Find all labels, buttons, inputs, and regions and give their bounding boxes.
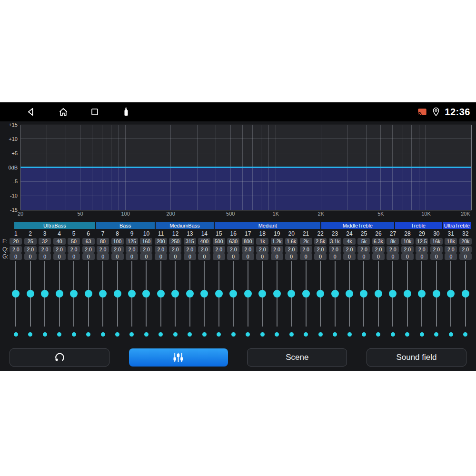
slider-knob[interactable]: [462, 290, 469, 298]
slider-knob[interactable]: [360, 290, 367, 298]
q-value-chip[interactable]: 2.0: [242, 246, 254, 253]
gain-slider-13[interactable]: [183, 261, 197, 327]
freq-value-chip[interactable]: 200: [155, 238, 167, 245]
q-value-chip[interactable]: 2.0: [357, 246, 370, 253]
slider-knob[interactable]: [389, 290, 397, 298]
gain-value-chip[interactable]: 0: [416, 253, 428, 260]
gain-value-chip[interactable]: 0: [285, 253, 298, 260]
gain-slider-28[interactable]: [400, 261, 415, 327]
q-value-chip[interactable]: 2.0: [372, 246, 385, 253]
freq-value-chip[interactable]: 4k: [343, 238, 356, 245]
freq-value-chip[interactable]: 10k: [401, 238, 414, 245]
gain-value-chip[interactable]: 0: [343, 253, 356, 260]
q-value-chip[interactable]: 2.0: [300, 246, 312, 253]
gain-value-chip[interactable]: 0: [39, 253, 51, 260]
gain-value-chip[interactable]: 0: [198, 253, 210, 260]
q-value-chip[interactable]: 2.0: [140, 246, 152, 253]
gain-slider-5[interactable]: [67, 261, 81, 327]
gain-slider-11[interactable]: [154, 261, 168, 327]
gain-value-chip[interactable]: 0: [97, 253, 109, 260]
freq-value-chip[interactable]: 32: [39, 238, 51, 245]
freq-value-chip[interactable]: 20k: [459, 238, 472, 245]
gain-value-chip[interactable]: 0: [314, 253, 327, 260]
freq-value-chip[interactable]: 8k: [387, 238, 399, 245]
slider-knob[interactable]: [244, 290, 252, 298]
gain-value-chip[interactable]: 0: [68, 253, 80, 260]
gain-value-chip[interactable]: 0: [329, 253, 341, 260]
slider-knob[interactable]: [404, 290, 411, 298]
freq-value-chip[interactable]: 2k: [300, 238, 312, 245]
q-value-chip[interactable]: 2.0: [329, 246, 341, 253]
freq-value-chip[interactable]: 16k: [430, 238, 443, 245]
gain-value-chip[interactable]: 0: [10, 253, 22, 260]
slider-knob[interactable]: [99, 290, 107, 298]
back-button[interactable]: [25, 106, 37, 118]
q-value-chip[interactable]: 2.0: [169, 246, 181, 253]
gain-slider-1[interactable]: [9, 261, 23, 327]
slider-knob[interactable]: [128, 290, 136, 298]
slider-knob[interactable]: [229, 290, 237, 298]
gain-value-chip[interactable]: 0: [300, 253, 312, 260]
gain-value-chip[interactable]: 0: [459, 253, 472, 260]
freq-value-chip[interactable]: 500: [213, 238, 225, 245]
band-ultrabass[interactable]: UltraBass: [14, 222, 95, 229]
freq-value-chip[interactable]: 315: [184, 238, 196, 245]
slider-knob[interactable]: [418, 290, 426, 298]
slider-knob[interactable]: [41, 290, 49, 298]
q-value-chip[interactable]: 2.0: [213, 246, 225, 253]
slider-knob[interactable]: [27, 290, 34, 298]
q-value-chip[interactable]: 2.0: [416, 246, 428, 253]
freq-value-chip[interactable]: 5k: [357, 238, 370, 245]
gain-slider-29[interactable]: [415, 261, 429, 327]
slider-knob[interactable]: [157, 290, 165, 298]
gain-value-chip[interactable]: 0: [401, 253, 414, 260]
gain-value-chip[interactable]: 0: [242, 253, 254, 260]
slider-knob[interactable]: [186, 290, 194, 298]
gain-slider-6[interactable]: [81, 261, 95, 327]
q-value-chip[interactable]: 2.0: [39, 246, 51, 253]
q-value-chip[interactable]: 2.0: [10, 246, 22, 253]
gain-value-chip[interactable]: 0: [256, 253, 268, 260]
freq-value-chip[interactable]: 2.5k: [314, 238, 327, 245]
gain-value-chip[interactable]: 0: [372, 253, 385, 260]
gain-slider-26[interactable]: [371, 261, 386, 327]
q-value-chip[interactable]: 2.0: [198, 246, 210, 253]
freq-value-chip[interactable]: 100: [111, 238, 124, 245]
slider-knob[interactable]: [85, 290, 92, 298]
freq-value-chip[interactable]: 63: [82, 238, 95, 245]
slider-knob[interactable]: [273, 290, 281, 298]
q-value-chip[interactable]: 2.0: [430, 246, 443, 253]
gain-value-chip[interactable]: 0: [53, 253, 66, 260]
gain-slider-22[interactable]: [313, 261, 327, 327]
gain-value-chip[interactable]: 0: [387, 253, 399, 260]
slider-knob[interactable]: [200, 290, 208, 298]
reset-button[interactable]: [10, 348, 109, 367]
home-button[interactable]: [58, 106, 69, 118]
slider-knob[interactable]: [317, 290, 324, 298]
freq-value-chip[interactable]: 3.1k: [329, 238, 341, 245]
gain-value-chip[interactable]: 0: [155, 253, 167, 260]
gain-value-chip[interactable]: 0: [227, 253, 239, 260]
recents-button[interactable]: [89, 106, 100, 118]
gain-slider-15[interactable]: [212, 261, 226, 327]
slider-knob[interactable]: [215, 290, 223, 298]
gain-slider-20[interactable]: [284, 261, 298, 327]
q-value-chip[interactable]: 2.0: [401, 246, 414, 253]
freq-value-chip[interactable]: 400: [198, 238, 210, 245]
gain-slider-30[interactable]: [429, 261, 444, 327]
gain-value-chip[interactable]: 0: [169, 253, 181, 260]
gain-slider-19[interactable]: [269, 261, 284, 327]
equalizer-button[interactable]: [129, 348, 228, 367]
slider-knob[interactable]: [171, 290, 179, 298]
freq-value-chip[interactable]: 25: [24, 238, 37, 245]
slider-knob[interactable]: [56, 290, 63, 298]
q-value-chip[interactable]: 2.0: [155, 246, 167, 253]
slider-knob[interactable]: [258, 290, 266, 298]
slider-knob[interactable]: [331, 290, 339, 298]
gain-value-chip[interactable]: 0: [213, 253, 225, 260]
gain-value-chip[interactable]: 0: [430, 253, 443, 260]
freq-value-chip[interactable]: 18k: [445, 238, 457, 245]
slider-knob[interactable]: [142, 290, 150, 298]
q-value-chip[interactable]: 2.0: [24, 246, 37, 253]
gain-slider-14[interactable]: [197, 261, 211, 327]
